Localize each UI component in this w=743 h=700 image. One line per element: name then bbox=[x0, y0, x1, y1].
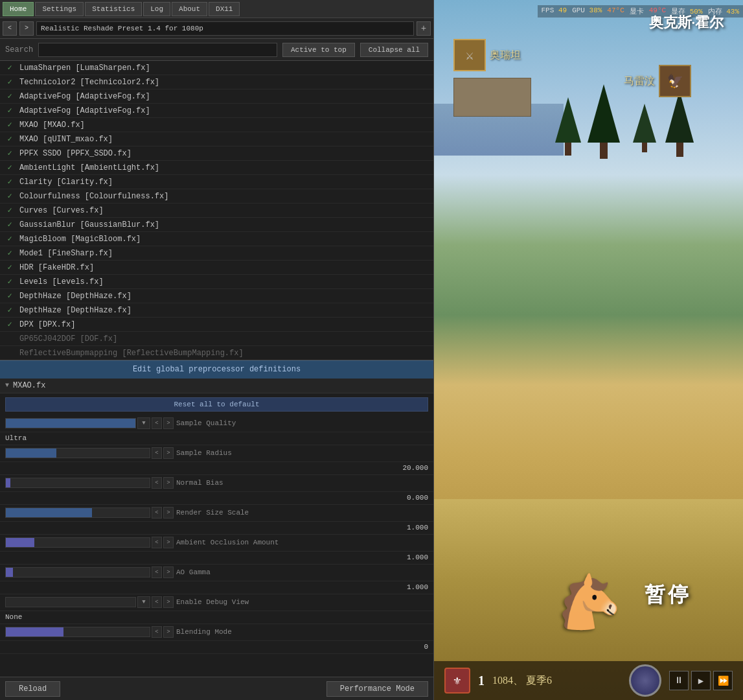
effect-name: LumaSharpen [LumaSharpen.fx] bbox=[19, 64, 150, 73]
effect-name: MagicBloom [MagicBloom.fx] bbox=[19, 235, 141, 244]
dropdown-btn[interactable]: ▼ bbox=[137, 596, 150, 608]
reset-default-button[interactable]: Reset all to default bbox=[5, 397, 428, 412]
increase-btn[interactable]: > bbox=[163, 626, 174, 638]
checkbox[interactable]: ✓ bbox=[5, 235, 14, 244]
decrease-btn[interactable]: < bbox=[152, 417, 162, 429]
checkbox[interactable]: ✓ bbox=[5, 206, 14, 215]
effect-name: Clarity [Clarity.fx] bbox=[19, 178, 113, 187]
nav-bar: Home Settings Statistics Log About DX11 bbox=[0, 0, 433, 18]
prev-preset-button[interactable]: < bbox=[3, 21, 17, 36]
play-button[interactable]: ▶ bbox=[691, 671, 711, 690]
collapse-arrow-icon[interactable]: ▼ bbox=[5, 382, 9, 389]
list-item[interactable]: GP65CJ042DOF [DOF.fx] bbox=[0, 332, 433, 346]
list-item[interactable]: ✓ HDR [FakeHDR.fx] bbox=[0, 261, 433, 275]
collapse-all-button[interactable]: Collapse all bbox=[360, 43, 428, 57]
list-item[interactable]: ✓ AdaptiveFog [AdaptiveFog.fx] bbox=[0, 89, 433, 104]
checkbox[interactable]: ✓ bbox=[5, 306, 14, 315]
decrease-btn[interactable]: < bbox=[152, 477, 162, 489]
increase-btn[interactable]: > bbox=[163, 507, 174, 519]
param-value-display: 1.000 bbox=[407, 524, 428, 531]
param-label: Normal Bias bbox=[176, 479, 428, 487]
preset-name-input[interactable] bbox=[36, 21, 414, 36]
list-item[interactable]: ✓ Colourfulness [Colourfulness.fx] bbox=[0, 189, 433, 204]
list-item[interactable]: ReflectiveBumpmapping [ReflectiveBumpMap… bbox=[0, 346, 433, 360]
checkbox[interactable]: ✓ bbox=[5, 192, 14, 201]
pause-button[interactable]: ⏸ bbox=[669, 671, 689, 690]
decrease-btn[interactable]: < bbox=[152, 596, 162, 608]
add-preset-button[interactable]: + bbox=[417, 21, 431, 36]
checkbox[interactable]: ✓ bbox=[5, 163, 14, 172]
param-value-display: 1.000 bbox=[407, 583, 428, 591]
active-to-top-button[interactable]: Active to top bbox=[282, 43, 355, 57]
checkbox[interactable]: ✓ bbox=[5, 263, 14, 272]
list-item[interactable]: ✓ MagicBloom [MagicBloom.fx] bbox=[0, 232, 433, 246]
list-item[interactable]: ✓ AmbientLight [AmbientLight.fx] bbox=[0, 161, 433, 175]
checkbox[interactable] bbox=[5, 334, 14, 344]
dropdown-btn[interactable]: ▼ bbox=[137, 417, 150, 429]
decrease-btn[interactable]: < bbox=[152, 566, 162, 578]
reload-button[interactable]: Reload bbox=[5, 681, 60, 697]
next-preset-button[interactable]: > bbox=[19, 21, 34, 36]
checkbox[interactable] bbox=[5, 349, 14, 358]
list-item[interactable]: ✓ DepthHaze [DepthHaze.fx] bbox=[0, 303, 433, 318]
param-row: < > Sample Radius bbox=[0, 445, 433, 462]
performance-mode-button[interactable]: Performance Mode bbox=[326, 681, 428, 697]
param-slider[interactable] bbox=[5, 448, 150, 458]
tab-home[interactable]: Home bbox=[3, 2, 34, 16]
decrease-btn[interactable]: < bbox=[152, 507, 162, 519]
list-item[interactable]: ✓ Clarity [Clarity.fx] bbox=[0, 175, 433, 189]
increase-btn[interactable]: > bbox=[163, 537, 174, 548]
list-item[interactable]: ✓ Technicolor2 [Technicolor2.fx] bbox=[0, 75, 433, 89]
tree-top-icon bbox=[665, 91, 694, 143]
checkbox[interactable]: ✓ bbox=[5, 106, 14, 115]
list-item[interactable]: ✓ AdaptiveFog [AdaptiveFog.fx] bbox=[0, 104, 433, 118]
param-slider[interactable] bbox=[5, 508, 150, 518]
list-item[interactable]: ✓ Mode1 [FineSharp.fx] bbox=[0, 246, 433, 261]
param-slider[interactable] bbox=[5, 478, 150, 488]
param-value-display: Ultra bbox=[5, 434, 27, 442]
param-slider[interactable] bbox=[5, 418, 136, 428]
param-slider[interactable] bbox=[5, 567, 150, 578]
checkbox[interactable]: ✓ bbox=[5, 277, 14, 286]
checkbox[interactable]: ✓ bbox=[5, 220, 14, 229]
increase-btn[interactable]: > bbox=[163, 596, 174, 608]
tree-trunk bbox=[676, 143, 683, 157]
increase-btn[interactable]: > bbox=[163, 477, 174, 489]
list-item[interactable]: ✓ Levels [Levels.fx] bbox=[0, 275, 433, 289]
search-input[interactable] bbox=[38, 43, 277, 57]
checkbox[interactable]: ✓ bbox=[5, 135, 14, 144]
checkbox[interactable]: ✓ bbox=[5, 64, 14, 73]
list-item[interactable]: ✓ MXAO [MXAO.fx] bbox=[0, 118, 433, 132]
increase-btn[interactable]: > bbox=[163, 566, 174, 578]
list-item[interactable]: ✓ GaussianBlur [GaussianBlur.fx] bbox=[0, 218, 433, 232]
decrease-btn[interactable]: < bbox=[152, 626, 162, 638]
list-item[interactable]: ✓ PPFX SSDO [PPFX_SSDO.fx] bbox=[0, 146, 433, 161]
list-item[interactable]: ✓ DepthHaze [DepthHaze.fx] bbox=[0, 289, 433, 303]
list-item[interactable]: ✓ DPX [DPX.fx] bbox=[0, 318, 433, 332]
tab-statistics[interactable]: Statistics bbox=[85, 2, 142, 16]
tab-about[interactable]: About bbox=[172, 2, 207, 16]
checkbox[interactable]: ✓ bbox=[5, 178, 14, 187]
param-slider[interactable] bbox=[5, 597, 136, 607]
decrease-btn[interactable]: < bbox=[152, 447, 162, 459]
increase-btn[interactable]: > bbox=[163, 417, 174, 429]
param-slider[interactable] bbox=[5, 537, 150, 548]
fast-forward-button[interactable]: ⏩ bbox=[713, 671, 733, 690]
tab-log[interactable]: Log bbox=[143, 2, 170, 16]
tab-settings[interactable]: Settings bbox=[35, 2, 84, 16]
tab-dx11[interactable]: DX11 bbox=[209, 2, 240, 16]
checkbox[interactable]: ✓ bbox=[5, 292, 14, 301]
preprocessor-bar[interactable]: Edit global preprocessor definitions bbox=[0, 360, 433, 379]
checkbox[interactable]: ✓ bbox=[5, 78, 14, 87]
list-item[interactable]: ✓ LumaSharpen [LumaSharpen.fx] bbox=[0, 61, 433, 75]
increase-btn[interactable]: > bbox=[163, 447, 174, 459]
checkbox[interactable]: ✓ bbox=[5, 92, 14, 101]
checkbox[interactable]: ✓ bbox=[5, 149, 14, 158]
checkbox[interactable]: ✓ bbox=[5, 249, 14, 258]
decrease-btn[interactable]: < bbox=[152, 537, 162, 548]
checkbox[interactable]: ✓ bbox=[5, 121, 14, 130]
param-slider[interactable] bbox=[5, 627, 150, 637]
list-item[interactable]: ✓ Curves [Curves.fx] bbox=[0, 204, 433, 218]
list-item[interactable]: ✓ MXAO [qUINT_mxao.fx] bbox=[0, 132, 433, 146]
checkbox[interactable]: ✓ bbox=[5, 320, 14, 329]
